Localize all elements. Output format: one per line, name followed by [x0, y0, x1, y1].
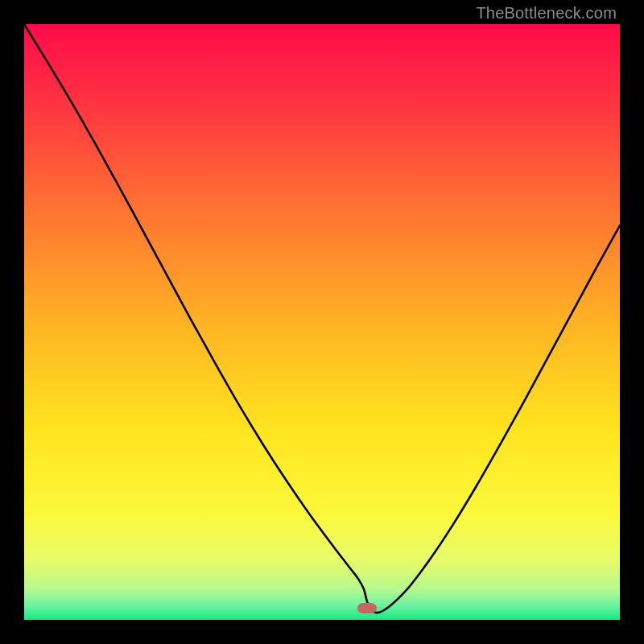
optimal-point-marker — [357, 603, 377, 613]
watermark-text: TheBottleneck.com — [476, 4, 617, 23]
bottleneck-curve — [24, 24, 620, 620]
chart-container: TheBottleneck.com — [0, 0, 644, 644]
plot-area — [24, 24, 620, 620]
